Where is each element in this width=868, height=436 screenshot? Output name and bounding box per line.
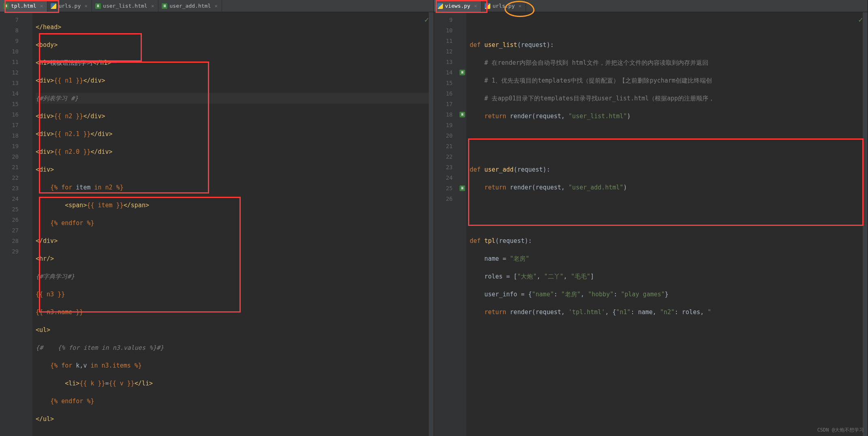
close-icon[interactable]: × [474,3,477,9]
code-area[interactable]: </head> <body> <h1>模板语法的学习</h1> <div>{{ … [32,12,434,436]
tab-label: user_list.html [103,3,148,9]
close-icon[interactable]: × [518,3,522,9]
python-icon [485,3,490,9]
python-icon [51,3,56,9]
close-icon[interactable]: × [84,3,88,9]
tab-urls-py-right[interactable]: urls.py × [481,0,526,12]
line-gutter: 91011121314151617181920212223242526 [434,12,458,436]
check-icon: ✓ [424,15,429,24]
fold-gutter [24,12,32,436]
ide-root: H tpl.html × urls.py × H user_list.html … [0,0,868,436]
close-icon[interactable]: × [151,3,154,9]
line-gutter: 7891011121314151617181920212223242526272… [0,12,24,436]
tab-label: user_add.html [169,3,211,9]
right-editor[interactable]: 91011121314151617181920212223242526 HHH … [434,12,868,436]
right-pane: views.py × urls.py × 9101112131415161718… [434,0,868,436]
code-area[interactable]: def user_list(request): # 在render内部会自动寻找… [466,12,868,436]
tab-label: views.py [445,3,470,9]
tab-tpl-html[interactable]: H tpl.html × [0,0,47,12]
tab-urls-py[interactable]: urls.py × [47,0,92,12]
fold-gutter: HHH [458,12,466,436]
scrollbar[interactable] [863,12,868,436]
scrollbar[interactable] [429,12,434,436]
tab-user-add-html[interactable]: H user_add.html × [158,0,222,12]
tab-label: urls.py [492,3,515,9]
html-icon: H [162,3,167,9]
left-pane: H tpl.html × urls.py × H user_list.html … [0,0,434,436]
close-icon[interactable]: × [40,3,43,9]
tab-views-py[interactable]: views.py × [434,0,481,12]
html-icon: H [3,3,9,9]
tab-label: tpl.html [11,3,36,9]
check-icon: ✓ [858,15,863,24]
tab-user-list-html[interactable]: H user_list.html × [92,0,158,12]
tab-label: urls.py [58,3,81,9]
close-icon[interactable]: × [214,3,218,9]
python-icon [437,3,443,9]
left-tabs: H tpl.html × urls.py × H user_list.html … [0,0,434,12]
html-icon: H [95,3,101,9]
left-editor[interactable]: 7891011121314151617181920212223242526272… [0,12,434,436]
watermark: CSDN @大炮不想学习 [817,427,864,434]
right-tabs: views.py × urls.py × [434,0,868,12]
